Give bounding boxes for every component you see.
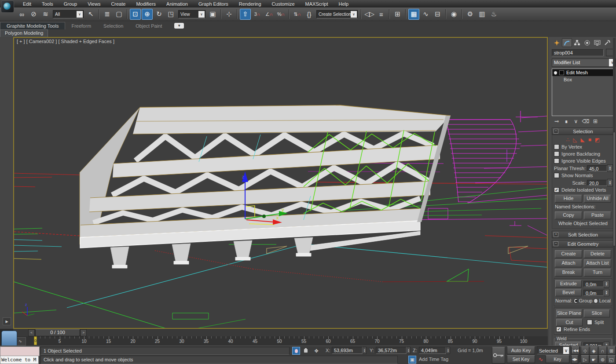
menu-graph-editors[interactable]: Graph Editors bbox=[193, 1, 234, 7]
slice-plane-button[interactable]: Slice Plane bbox=[556, 309, 582, 317]
unlink-selection-icon[interactable]: ⊘ bbox=[28, 9, 39, 20]
remove-modifier-icon[interactable]: ⌫ bbox=[581, 118, 590, 124]
unhide-all-button[interactable]: Unhide All bbox=[584, 195, 611, 203]
select-object-icon[interactable]: ↖ bbox=[85, 9, 96, 20]
x-coordinate-field[interactable]: 53,693m bbox=[332, 347, 363, 354]
spinner-arrows-icon[interactable]: ▲▼ bbox=[604, 289, 609, 296]
time-slider-button[interactable]: 0 / 100 bbox=[35, 329, 80, 336]
tab-display-icon[interactable] bbox=[592, 38, 602, 47]
z-coordinate-field[interactable]: 4,049m bbox=[419, 347, 446, 354]
edit-named-selection-sets-icon[interactable]: {} bbox=[304, 9, 315, 20]
time-tag-icon[interactable]: ▣ bbox=[408, 356, 416, 364]
tab-utilities-icon[interactable] bbox=[602, 38, 612, 47]
scale-field[interactable]: 20,0 bbox=[587, 180, 607, 186]
rollout-soft-selection-header[interactable]: + Soft Selection bbox=[552, 231, 614, 238]
ribbon-minimize-dropdown-icon[interactable]: ▼ bbox=[174, 23, 184, 29]
maxscript-mini-listener[interactable]: Welcome to M bbox=[0, 356, 39, 364]
orbit-icon[interactable]: ⊚ bbox=[598, 355, 607, 364]
ignore-visible-edges-checkbox[interactable] bbox=[554, 158, 559, 164]
go-to-start-button[interactable]: |◀◀ bbox=[571, 346, 579, 355]
menu-tools[interactable]: Tools bbox=[37, 1, 59, 7]
schematic-view-icon[interactable]: ⊟ bbox=[432, 9, 443, 20]
add-time-tag[interactable]: Add Time Tag bbox=[419, 357, 448, 362]
select-and-scale-icon[interactable]: ◳ bbox=[165, 9, 176, 20]
menu-maxscript[interactable]: MAXScript bbox=[300, 1, 334, 7]
menu-views[interactable]: Views bbox=[82, 1, 106, 7]
normal-local-radio[interactable] bbox=[594, 298, 598, 303]
isolate-selection-toggle-icon[interactable] bbox=[292, 347, 300, 355]
bind-to-space-warp-icon[interactable]: ≋ bbox=[40, 9, 51, 20]
rectangular-selection-region-icon[interactable]: ▢ bbox=[114, 9, 125, 20]
named-selection-set-combo[interactable]: Create Selection Se∨ bbox=[316, 10, 358, 18]
spinner-arrows-icon[interactable]: ▲▼ bbox=[607, 164, 613, 172]
menu-customize[interactable]: Customize bbox=[267, 1, 300, 7]
refine-ends-checkbox[interactable] bbox=[556, 327, 561, 332]
select-and-link-icon[interactable]: ∞ bbox=[16, 9, 27, 20]
bevel-button[interactable]: Bevel bbox=[555, 289, 582, 296]
menu-create[interactable]: Create bbox=[106, 1, 131, 7]
set-key-button[interactable]: Set Key bbox=[507, 355, 535, 363]
face-icon[interactable]: ◣ bbox=[581, 137, 585, 143]
default-in-out-tangent-icon[interactable]: ∿ bbox=[537, 355, 545, 363]
key-set-dropdown[interactable]: Selected∨ bbox=[537, 346, 569, 354]
stack-item-edit-mesh[interactable]: Edit Mesh bbox=[552, 69, 613, 76]
menu-help[interactable]: Help bbox=[334, 1, 354, 7]
curve-editor-icon[interactable]: ∿ bbox=[420, 9, 431, 20]
rollout-selection-header[interactable]: − Selection bbox=[552, 127, 614, 135]
ribbon-tab-freeform[interactable]: Freeform bbox=[65, 22, 97, 29]
object-name-field[interactable]: strop004 bbox=[552, 49, 604, 56]
mirror-icon[interactable]: ◁▷ bbox=[364, 9, 375, 20]
ignore-backfacing-checkbox[interactable] bbox=[554, 151, 559, 157]
cut-button[interactable]: Cut bbox=[556, 319, 583, 326]
delete-isolated-verts-checkbox[interactable] bbox=[554, 187, 559, 193]
render-production-icon[interactable]: ♨ bbox=[488, 9, 499, 20]
menu-modifiers[interactable]: Modifiers bbox=[131, 1, 161, 7]
element-icon[interactable]: ◩ bbox=[595, 137, 600, 143]
track-bar[interactable]: 0510152025303540455055606570758085909510… bbox=[13, 336, 548, 346]
selection-lock-toggle-icon[interactable] bbox=[302, 347, 310, 355]
key-filters-button[interactable]: Key Filters... bbox=[546, 355, 569, 363]
split-checkbox[interactable] bbox=[587, 320, 592, 325]
tab-motion-icon[interactable] bbox=[582, 38, 592, 47]
render-setup-icon[interactable]: ⚙ bbox=[465, 9, 476, 20]
next-frame-arrow[interactable]: > bbox=[80, 329, 87, 336]
by-vertex-checkbox[interactable] bbox=[554, 144, 559, 149]
modifier-list-dropdown[interactable]: Modifier List ∨ bbox=[552, 58, 616, 67]
reference-coordinate-dropdown[interactable]: View∨ bbox=[178, 10, 205, 18]
spinner-arrows-icon[interactable]: ▲▼ bbox=[604, 280, 609, 288]
extrude-button[interactable]: Extrude bbox=[555, 280, 582, 288]
edge-icon[interactable]: ◺ bbox=[573, 137, 577, 143]
time-slider-track[interactable]: < 0 / 100 > bbox=[13, 329, 548, 337]
menu-group[interactable]: Group bbox=[59, 1, 83, 7]
ribbon-tab-object-paint[interactable]: Object Paint bbox=[129, 22, 168, 29]
select-by-name-icon[interactable]: ≣ bbox=[102, 9, 113, 20]
menu-edit[interactable]: Edit bbox=[18, 1, 37, 7]
layer-manager-icon[interactable]: ⊞ bbox=[392, 9, 403, 20]
pan-hand-icon[interactable]: ☛ bbox=[590, 355, 598, 364]
spinner-arrows-icon[interactable]: ▲▼ bbox=[363, 347, 367, 354]
planar-thresh-field[interactable]: 45,0 bbox=[587, 165, 607, 171]
spinner-arrows-icon[interactable]: ▲▼ bbox=[446, 347, 450, 354]
weld-threshold-field[interactable]: 0,001m bbox=[583, 342, 604, 346]
macro-recorder-pane[interactable] bbox=[0, 346, 40, 356]
tab-polygon-modeling[interactable]: Polygon Modeling bbox=[0, 29, 48, 37]
normal-group-radio[interactable] bbox=[574, 298, 578, 303]
previous-frame-arrow[interactable]: < bbox=[28, 329, 35, 336]
menu-rendering[interactable]: Rendering bbox=[234, 1, 267, 7]
spinner-arrows-icon[interactable]: ▲▼ bbox=[604, 342, 609, 346]
zoom-extents-all-icon[interactable]: ⊞ bbox=[607, 346, 616, 355]
auto-key-button[interactable]: Auto Key bbox=[507, 346, 535, 354]
stack-item-box[interactable]: Box bbox=[552, 76, 613, 83]
tab-modify-icon[interactable] bbox=[562, 38, 572, 47]
y-coordinate-field[interactable]: 36,572m bbox=[376, 347, 407, 354]
select-and-move-icon[interactable]: ⊕ bbox=[142, 9, 153, 20]
material-editor-icon[interactable]: ◉ bbox=[448, 9, 459, 20]
selection-arrow-icon[interactable]: ▷ bbox=[581, 355, 589, 364]
show-end-result-icon[interactable]: ∎ bbox=[561, 118, 571, 124]
spinner-snap-toggle-icon[interactable]: ⇅∩ bbox=[292, 9, 303, 20]
percent-snap-toggle-icon[interactable]: %∩ bbox=[275, 9, 286, 20]
turn-button[interactable]: Turn bbox=[584, 269, 611, 277]
make-unique-icon[interactable]: ∨ bbox=[571, 118, 581, 124]
panel-scrollbar-thumb[interactable] bbox=[613, 132, 616, 246]
spinner-arrows-icon[interactable]: ▲▼ bbox=[607, 179, 613, 186]
